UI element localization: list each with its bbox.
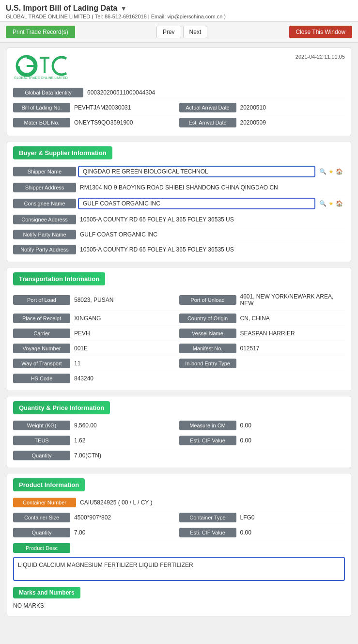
weight-label: Weight (KG)	[13, 421, 70, 430]
consignee-icons: 🔍 ★ 🏠	[317, 200, 345, 207]
shipper-name-label: Shipper Name	[13, 167, 76, 176]
product-desc-section: Product Desc	[13, 540, 345, 554]
weight-value: 9,560.00	[70, 421, 179, 430]
product-qty-label: Quantity	[13, 528, 70, 537]
transportation-section: Transportation Information Port of Load …	[7, 267, 351, 391]
notify-party-address-label: Notify Party Address	[13, 245, 76, 254]
product-esti-cif-label: Esti. CIF Value	[179, 528, 236, 537]
qty-value: 7.00(CTN)	[70, 451, 179, 460]
global-data-row: Global Data Identity 6003202005110000443…	[13, 85, 345, 100]
marks-and-numbers-label: Marks and Numbers	[13, 587, 80, 598]
nav-buttons: Prev Next	[156, 26, 207, 38]
notify-party-address-row: Notify Party Address 10505-A COUNTY RD 6…	[13, 242, 345, 257]
buyer-supplier-section: Buyer & Supplier Information Shipper Nam…	[7, 141, 351, 262]
mater-bol-row: Mater BOL No. ONEYTS9QO3591900 Esti Arri…	[13, 115, 345, 130]
timestamp: 2021-04-22 11:01:05	[296, 54, 345, 60]
print-button[interactable]: Print Trade Record(s)	[6, 26, 75, 38]
global-data-value: 600320200511000044304	[83, 88, 159, 97]
shipper-name-value: QINGDAO RE GREEN BIOLOGICAL TECHNOL	[78, 166, 315, 177]
star-icon[interactable]: ★	[328, 168, 334, 175]
country-of-origin-value: CN, CHINA	[236, 314, 345, 323]
global-data-label: Global Data Identity	[13, 88, 83, 97]
esti-cif-qty-label: Esti. CIF Value	[179, 436, 236, 445]
esti-arrival-label: Esti Arrival Date	[179, 118, 236, 127]
record-card: GLOBAL TRADE ONLINE LIMITED 2021-04-22 1…	[7, 47, 351, 136]
shipper-address-row: Shipper Address RM1304 NO 9 BAOYING ROAD…	[13, 180, 345, 195]
manifest-no-value: 012517	[236, 344, 345, 353]
container-number-value: CAIU5824925 ( 00 / L / CY )	[76, 498, 345, 507]
svg-text:GLOBAL TRADE ONLINE LIMITED: GLOBAL TRADE ONLINE LIMITED	[14, 76, 68, 79]
carrier-vessel-row: Carrier PEVH Vessel Name SEASPAN HARRIER	[13, 326, 345, 341]
container-size-value: 4500*907*802	[70, 513, 179, 522]
port-of-unload-value: 4601, NEW YORK/NEWARK AREA, NEW	[236, 292, 345, 308]
bol-label: Bill of Lading No.	[13, 103, 70, 112]
close-button[interactable]: Close This Window	[289, 26, 352, 38]
consignee-star-icon[interactable]: ★	[328, 200, 334, 207]
shipper-address-label: Shipper Address	[13, 183, 76, 192]
consignee-home-icon[interactable]: 🏠	[336, 200, 343, 207]
esti-arrival-value: 20200509	[236, 118, 345, 127]
product-section: Product Information Container Number CAI…	[7, 473, 351, 616]
vessel-name-label: Vessel Name	[179, 329, 236, 338]
vessel-name-value: SEASPAN HARRIER	[236, 329, 345, 338]
teus-value: 1.62	[70, 436, 179, 445]
mater-bol-label: Mater BOL No.	[13, 118, 70, 127]
home-icon[interactable]: 🏠	[336, 168, 343, 175]
bol-value: PEVHTJAM20030031	[70, 103, 179, 112]
container-type-label: Container Type	[179, 513, 236, 522]
consignee-name-row: Consignee Name GULF COAST ORGANIC INC 🔍 …	[13, 195, 345, 212]
shipper-name-row: Shipper Name QINGDAO RE GREEN BIOLOGICAL…	[13, 163, 345, 180]
next-button[interactable]: Next	[183, 26, 208, 38]
title-text: U.S. Import Bill of Lading Data	[6, 4, 117, 13]
logo-row: GLOBAL TRADE ONLINE LIMITED 2021-04-22 1…	[13, 54, 345, 80]
transportation-header: Transportation Information	[13, 272, 105, 285]
qty-label: Quantity	[13, 451, 70, 460]
teus-cif-row: TEUS 1.62 Esti. CIF Value 0.00	[13, 433, 345, 448]
quantity-price-header: Quantity & Price Information	[13, 401, 110, 414]
company-logo: GLOBAL TRADE ONLINE LIMITED	[13, 54, 71, 80]
buyer-supplier-header: Buyer & Supplier Information	[13, 146, 112, 159]
toolbar: Print Trade Record(s) Prev Next Close Th…	[0, 22, 358, 43]
notify-party-name-value: GULF COAST ORGANIC INC	[76, 230, 345, 239]
dropdown-arrow-icon[interactable]: ▼	[120, 4, 127, 12]
receipt-origin-row: Place of Receipt XINGANG Country of Orig…	[13, 311, 345, 326]
bol-row: Bill of Lading No. PEVHTJAM20030031 Actu…	[13, 100, 345, 115]
container-type-value: LFG0	[236, 513, 345, 522]
container-size-label: Container Size	[13, 513, 70, 522]
qty-row: Quantity 7.00(CTN)	[13, 448, 345, 463]
measure-in-cm-value: 0.00	[236, 421, 345, 430]
weight-measure-row: Weight (KG) 9,560.00 Measure in CM 0.00	[13, 418, 345, 433]
carrier-value: PEVH	[70, 329, 179, 338]
page-header: U.S. Import Bill of Lading Data ▼ GLOBAL…	[0, 0, 358, 22]
main-content: GLOBAL TRADE ONLINE LIMITED 2021-04-22 1…	[0, 43, 358, 626]
teus-label: TEUS	[13, 436, 70, 445]
hs-code-value: 843240	[70, 374, 179, 383]
port-of-unload-label: Port of Unload	[179, 295, 236, 305]
port-of-load-label: Port of Load	[13, 295, 70, 305]
container-number-row: Container Number CAIU5824925 ( 00 / L / …	[13, 495, 345, 510]
hs-code-row: HS Code 843240	[13, 371, 345, 386]
logo-box: GLOBAL TRADE ONLINE LIMITED	[13, 54, 71, 80]
shipper-address-value: RM1304 NO 9 BAOYING ROAD SHIBEI SHANDONG…	[76, 183, 345, 192]
consignee-address-row: Consignee Address 10505-A COUNTY RD 65 F…	[13, 212, 345, 227]
way-of-transport-label: Way of Transport	[13, 359, 70, 368]
consignee-search-icon[interactable]: 🔍	[319, 200, 327, 207]
notify-party-name-row: Notify Party Name GULF COAST ORGANIC INC	[13, 227, 345, 242]
container-size-type-row: Container Size 4500*907*802 Container Ty…	[13, 510, 345, 525]
actual-arrival-value: 20200510	[236, 103, 345, 112]
notify-party-address-value: 10505-A COUNTY RD 65 FOLEY AL 365 FOLEY …	[76, 245, 345, 254]
product-desc-value: LIQUID CALCIUM MAGNESIUM FERTILIZER LIQU…	[13, 557, 345, 581]
search-icon[interactable]: 🔍	[319, 168, 327, 175]
way-transport-inbond-row: Way of Transport 11 In-bond Entry Type	[13, 356, 345, 371]
mater-bol-value: ONEYTS9QO3591900	[70, 118, 179, 127]
product-desc-label: Product Desc	[13, 543, 70, 553]
shipper-icons: 🔍 ★ 🏠	[317, 168, 345, 175]
consignee-name-label: Consignee Name	[13, 199, 76, 208]
prev-button[interactable]: Prev	[156, 26, 181, 38]
notify-party-name-label: Notify Party Name	[13, 230, 76, 239]
marks-value: NO MARKS	[13, 600, 345, 611]
inbond-entry-label: In-bond Entry Type	[179, 359, 236, 368]
carrier-label: Carrier	[13, 329, 70, 338]
manifest-no-label: Manifest No.	[179, 344, 236, 353]
voyage-manifest-row: Voyage Number 001E Manifest No. 012517	[13, 341, 345, 356]
